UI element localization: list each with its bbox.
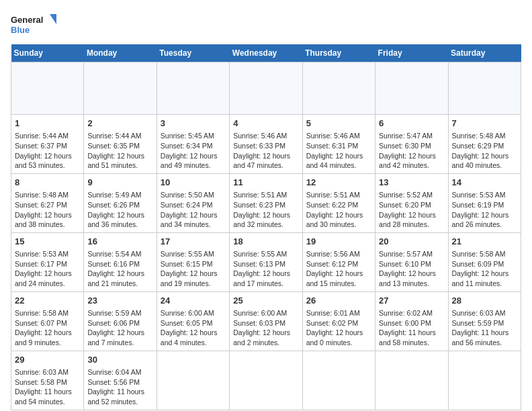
daylight-text: Daylight: 12 hours and 2 minutes. (233, 328, 290, 347)
calendar-cell (230, 62, 302, 115)
calendar-cell (302, 351, 375, 410)
day-number: 25 (233, 295, 298, 307)
sunset-text: Sunset: 6:09 PM (452, 260, 504, 268)
calendar-cell: 23Sunrise: 5:59 AMSunset: 6:06 PMDayligh… (84, 291, 157, 351)
calendar-cell (375, 351, 448, 410)
sunrise-text: Sunrise: 5:54 AM (87, 250, 141, 258)
daylight-text: Daylight: 11 hours and 56 minutes. (452, 328, 509, 347)
calendar-cell (157, 62, 229, 115)
day-number: 16 (87, 236, 152, 248)
calendar-cell: 16Sunrise: 5:54 AMSunset: 6:16 PMDayligh… (84, 232, 157, 291)
sunrise-text: Sunrise: 5:50 AM (161, 191, 214, 199)
sunrise-text: Sunrise: 5:57 AM (379, 250, 433, 258)
sunset-text: Sunset: 6:02 PM (306, 319, 359, 327)
sunrise-text: Sunrise: 6:02 AM (379, 309, 433, 317)
calendar-cell: 22Sunrise: 5:58 AMSunset: 6:07 PMDayligh… (11, 291, 84, 351)
daylight-text: Daylight: 12 hours and 9 minutes. (15, 328, 72, 347)
week-row-2: 8Sunrise: 5:48 AMSunset: 6:27 PMDaylight… (11, 173, 521, 232)
daylight-text: Daylight: 12 hours and 34 minutes. (161, 211, 218, 229)
sunrise-text: Sunrise: 5:44 AM (87, 132, 141, 140)
sunset-text: Sunset: 6:23 PM (233, 201, 285, 209)
sunset-text: Sunset: 6:31 PM (306, 142, 359, 150)
calendar-cell (448, 351, 521, 410)
day-number: 24 (161, 295, 226, 307)
calendar-cell: 17Sunrise: 5:55 AMSunset: 6:15 PMDayligh… (157, 232, 229, 291)
calendar-cell: 24Sunrise: 6:00 AMSunset: 6:05 PMDayligh… (157, 291, 229, 351)
svg-text:Blue: Blue (11, 25, 30, 35)
day-number: 19 (306, 236, 371, 248)
day-number: 20 (379, 236, 444, 248)
column-header-wednesday: Wednesday (230, 44, 302, 62)
daylight-text: Daylight: 12 hours and 28 minutes. (379, 211, 436, 229)
sunset-text: Sunset: 5:56 PM (87, 378, 140, 386)
sunrise-text: Sunrise: 5:53 AM (15, 250, 69, 258)
sunset-text: Sunset: 6:07 PM (15, 319, 67, 327)
column-header-sunday: Sunday (11, 44, 84, 62)
daylight-text: Daylight: 12 hours and 32 minutes. (233, 211, 290, 229)
sunrise-text: Sunrise: 5:49 AM (87, 191, 141, 199)
calendar-cell: 4Sunrise: 5:46 AMSunset: 6:33 PMDaylight… (230, 115, 302, 174)
sunset-text: Sunset: 6:29 PM (452, 142, 504, 150)
sunset-text: Sunset: 6:17 PM (15, 260, 67, 268)
daylight-text: Daylight: 11 hours and 58 minutes. (379, 328, 436, 347)
day-number: 1 (15, 118, 80, 130)
sunrise-text: Sunrise: 5:51 AM (306, 191, 360, 199)
calendar-cell (375, 62, 448, 115)
sunrise-text: Sunrise: 5:46 AM (233, 132, 287, 140)
calendar-cell (302, 62, 375, 115)
sunrise-text: Sunrise: 5:55 AM (233, 250, 287, 258)
sunrise-text: Sunrise: 5:58 AM (15, 309, 69, 317)
day-number: 15 (15, 236, 80, 248)
sunset-text: Sunset: 6:06 PM (87, 319, 140, 327)
day-number: 8 (15, 177, 80, 189)
sunrise-text: Sunrise: 5:44 AM (15, 132, 69, 140)
day-number: 18 (233, 236, 298, 248)
calendar-cell: 11Sunrise: 5:51 AMSunset: 6:23 PMDayligh… (230, 173, 302, 232)
daylight-text: Daylight: 12 hours and 15 minutes. (306, 269, 363, 287)
sunset-text: Sunset: 6:27 PM (15, 201, 67, 209)
sunrise-text: Sunrise: 6:03 AM (15, 368, 69, 376)
sunset-text: Sunset: 6:26 PM (87, 201, 140, 209)
sunset-text: Sunset: 5:58 PM (15, 378, 67, 386)
column-header-thursday: Thursday (302, 44, 375, 62)
sunrise-text: Sunrise: 5:47 AM (379, 132, 433, 140)
calendar-cell: 8Sunrise: 5:48 AMSunset: 6:27 PMDaylight… (11, 173, 84, 232)
sunset-text: Sunset: 6:37 PM (15, 142, 67, 150)
daylight-text: Daylight: 12 hours and 47 minutes. (233, 152, 290, 170)
week-row-0 (11, 62, 521, 115)
day-number: 23 (87, 295, 152, 307)
sunset-text: Sunset: 6:35 PM (87, 142, 140, 150)
daylight-text: Daylight: 12 hours and 13 minutes. (379, 269, 436, 287)
calendar-table: SundayMondayTuesdayWednesdayThursdayFrid… (11, 44, 521, 410)
day-number: 11 (233, 177, 298, 189)
logo: General Blue (11, 11, 58, 38)
calendar-cell (448, 62, 521, 115)
calendar-cell: 28Sunrise: 6:03 AMSunset: 5:59 PMDayligh… (448, 291, 521, 351)
daylight-text: Daylight: 12 hours and 7 minutes. (87, 328, 144, 347)
day-number: 5 (306, 118, 371, 130)
sunrise-text: Sunrise: 6:01 AM (306, 309, 360, 317)
calendar-cell: 14Sunrise: 5:53 AMSunset: 6:19 PMDayligh… (448, 173, 521, 232)
week-row-3: 15Sunrise: 5:53 AMSunset: 6:17 PMDayligh… (11, 232, 521, 291)
sunset-text: Sunset: 6:33 PM (233, 142, 285, 150)
calendar-cell: 9Sunrise: 5:49 AMSunset: 6:26 PMDaylight… (84, 173, 157, 232)
sunrise-text: Sunrise: 6:00 AM (233, 309, 287, 317)
week-row-1: 1Sunrise: 5:44 AMSunset: 6:37 PMDaylight… (11, 115, 521, 174)
sunrise-text: Sunrise: 6:00 AM (161, 309, 214, 317)
day-number: 14 (452, 177, 517, 189)
daylight-text: Daylight: 12 hours and 53 minutes. (15, 152, 72, 170)
day-number: 9 (87, 177, 152, 189)
day-number: 13 (379, 177, 444, 189)
day-number: 2 (87, 118, 152, 130)
sunrise-text: Sunrise: 5:48 AM (15, 191, 69, 199)
logo-svg: General Blue (11, 11, 58, 38)
column-header-tuesday: Tuesday (157, 44, 229, 62)
daylight-text: Daylight: 12 hours and 26 minutes. (452, 211, 509, 229)
calendar-cell: 25Sunrise: 6:00 AMSunset: 6:03 PMDayligh… (230, 291, 302, 351)
day-number: 4 (233, 118, 298, 130)
sunset-text: Sunset: 6:12 PM (306, 260, 359, 268)
page-header: General Blue (11, 11, 521, 38)
calendar-cell: 27Sunrise: 6:02 AMSunset: 6:00 PMDayligh… (375, 291, 448, 351)
daylight-text: Daylight: 12 hours and 40 minutes. (452, 152, 509, 170)
daylight-text: Daylight: 12 hours and 0 minutes. (306, 328, 363, 347)
